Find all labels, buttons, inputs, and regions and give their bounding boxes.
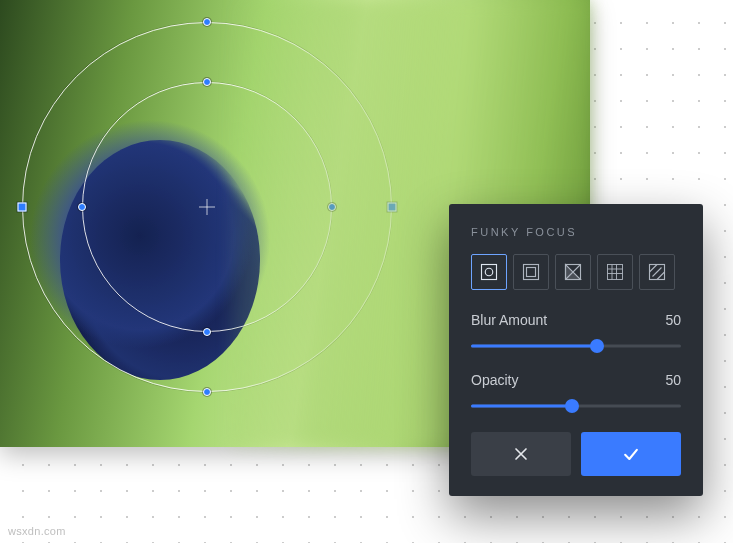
close-icon <box>511 444 531 464</box>
blur-amount-value: 50 <box>665 312 681 328</box>
blur-amount-thumb[interactable] <box>590 339 604 353</box>
cancel-button[interactable] <box>471 432 571 476</box>
funky-focus-panel: FUNKY FOCUS <box>449 204 703 496</box>
focus-mode-toolbar <box>471 254 681 290</box>
check-icon <box>621 444 641 464</box>
grid-focus-icon[interactable] <box>597 254 633 290</box>
opacity-value: 50 <box>665 372 681 388</box>
opacity-label: Opacity <box>471 372 518 388</box>
opacity-thumb[interactable] <box>565 399 579 413</box>
svg-rect-2 <box>524 265 539 280</box>
blur-amount-control: Blur Amount 50 <box>471 312 681 354</box>
blur-amount-label: Blur Amount <box>471 312 547 328</box>
half-focus-icon[interactable] <box>555 254 591 290</box>
gizmo-handle-s[interactable] <box>203 388 211 396</box>
radial-focus-icon[interactable] <box>471 254 507 290</box>
gizmo-inner-handle-s[interactable] <box>203 328 211 336</box>
gizmo-inner-handle-e[interactable] <box>328 203 336 211</box>
opacity-control: Opacity 50 <box>471 372 681 414</box>
confirm-button[interactable] <box>581 432 681 476</box>
panel-title: FUNKY FOCUS <box>471 226 681 238</box>
gizmo-crosshair <box>199 207 215 208</box>
panel-actions <box>471 432 681 476</box>
gizmo-handle-n[interactable] <box>203 18 211 26</box>
gizmo-handle-w[interactable] <box>18 203 27 212</box>
svg-rect-0 <box>482 265 497 280</box>
gizmo-handle-e[interactable] <box>388 203 397 212</box>
gizmo-crosshair <box>207 199 208 215</box>
blur-amount-slider[interactable] <box>471 338 681 354</box>
opacity-slider[interactable] <box>471 398 681 414</box>
gizmo-inner-handle-w[interactable] <box>78 203 86 211</box>
gizmo-inner-handle-n[interactable] <box>203 78 211 86</box>
pattern-focus-icon[interactable] <box>639 254 675 290</box>
gizmo-outer-ring[interactable] <box>22 22 392 392</box>
svg-point-1 <box>485 268 493 276</box>
linear-focus-icon[interactable] <box>513 254 549 290</box>
svg-rect-3 <box>527 268 536 277</box>
watermark: wsxdn.com <box>8 525 66 537</box>
gizmo-inner-ring[interactable] <box>82 82 332 332</box>
focus-gizmo[interactable] <box>22 22 392 392</box>
svg-rect-5 <box>608 265 623 280</box>
